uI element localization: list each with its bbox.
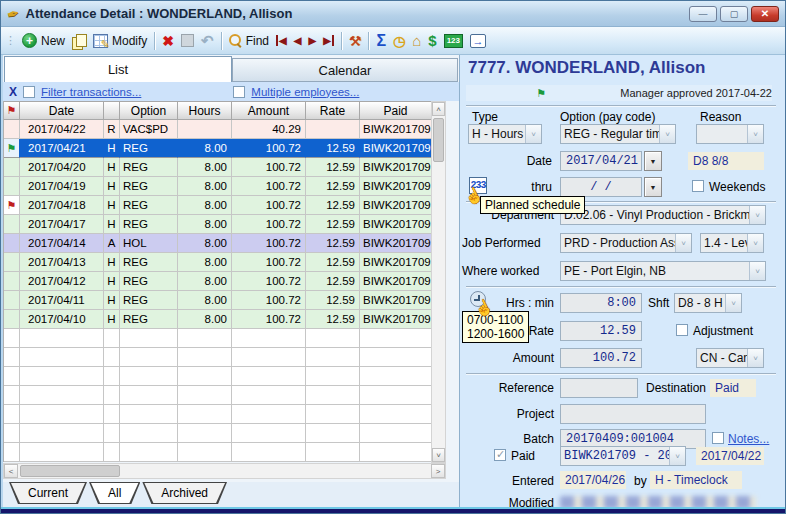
- hours-column-header[interactable]: Hours: [178, 101, 232, 120]
- reference-field[interactable]: [560, 378, 638, 398]
- filter-transactions-checkbox[interactable]: [23, 86, 35, 98]
- cell-type: H: [104, 196, 120, 215]
- rate-column-header[interactable]: Rate: [306, 101, 360, 120]
- tools-button[interactable]: ⚒: [349, 33, 362, 49]
- table-row[interactable]: 2017/04/20HREG8.00100.7212.59BIWK201709: [4, 158, 431, 177]
- copy-icon: [72, 34, 86, 48]
- job-performed-combobox[interactable]: PRD - Production Ass˅: [560, 233, 692, 253]
- cell-paid: BIWK201709: [360, 272, 432, 291]
- multiple-employees-link[interactable]: Multiple employees...: [251, 86, 359, 98]
- transactions-table: ⚑ Date Option Hours Amount Rate Paid 201…: [3, 101, 431, 462]
- toolbar-separator: [221, 32, 222, 50]
- table-row[interactable]: 2017/04/19HREG8.00100.7212.59BIWK201709: [4, 177, 431, 196]
- paid-column-header[interactable]: Paid: [360, 101, 432, 120]
- scroll-left-button[interactable]: <: [4, 464, 18, 478]
- table-row[interactable]: 2017/04/13HREG8.00100.7212.59BIWK201709: [4, 253, 431, 272]
- cell-paid: BIWK201709: [360, 215, 432, 234]
- tab-all[interactable]: All: [89, 482, 140, 504]
- tab-archived[interactable]: Archived: [142, 482, 227, 504]
- table-row[interactable]: 2017/04/22RVAC$PD40.29BIWK201709: [4, 120, 431, 139]
- date-column-header[interactable]: Date: [20, 101, 104, 120]
- new-button[interactable]: + New: [22, 33, 65, 48]
- table-row[interactable]: 2017/04/10HREG8.00100.7212.59BIWK201709: [4, 310, 431, 329]
- vertical-scroll-thumb[interactable]: [433, 118, 444, 162]
- maximize-button[interactable]: ▢: [720, 6, 748, 22]
- amount-field[interactable]: 100.72: [560, 348, 642, 368]
- adjustment-label: Adjustment: [693, 324, 753, 338]
- table-row[interactable]: 2017/04/17HREG8.00100.7212.59BIWK201709: [4, 215, 431, 234]
- scroll-down-button[interactable]: ˅: [432, 448, 445, 462]
- toolbar-grip[interactable]: ⋮: [5, 34, 15, 47]
- thru-dropdown-button[interactable]: ▼: [644, 177, 662, 197]
- type-combobox[interactable]: H - Hours˅: [468, 124, 542, 144]
- exit-button[interactable]: →: [470, 34, 486, 48]
- clear-filter-button[interactable]: X: [9, 85, 17, 99]
- project-field[interactable]: [560, 404, 706, 424]
- department-value: D.02.06 - Vinyl Production - Brickmould: [561, 206, 749, 224]
- notes-link[interactable]: Notes...: [728, 432, 769, 446]
- table-empty-row: [4, 443, 431, 462]
- thru-field[interactable]: / /: [560, 177, 642, 197]
- nav-previous-button[interactable]: ◀: [294, 35, 302, 46]
- cell-hours: 8.00: [178, 234, 232, 253]
- delete-button[interactable]: ✖: [162, 33, 174, 49]
- horizontal-scrollbar[interactable]: < >: [3, 463, 446, 479]
- job-level-combobox[interactable]: 1.4 - Lev˅: [700, 233, 764, 253]
- tab-calendar[interactable]: Calendar: [232, 58, 458, 82]
- table-row-selected[interactable]: ⚑2017/04/21HREG8.00100.7212.59BIWK201709: [4, 139, 431, 158]
- vertical-scrollbar[interactable]: ˄ ˅: [431, 101, 446, 463]
- horizontal-scroll-thumb[interactable]: [20, 465, 120, 477]
- where-worked-combobox[interactable]: PE - Port Elgin, NB˅: [560, 261, 766, 281]
- cell-amount: 40.29: [232, 120, 306, 139]
- multiple-employees-checkbox[interactable]: [233, 86, 245, 98]
- adjustment-checkbox[interactable]: [676, 324, 688, 336]
- nav-next-button[interactable]: ▶: [308, 35, 316, 46]
- weekends-checkbox[interactable]: [692, 180, 704, 192]
- chevron-down-icon: ˅: [747, 349, 763, 367]
- shift-combobox[interactable]: D8 - 8 H˅: [674, 293, 742, 313]
- filter-transactions-link[interactable]: Filter transactions...: [41, 86, 141, 98]
- table-row[interactable]: ⚑2017/04/18HREG8.00100.7212.59BIWK201709: [4, 196, 431, 215]
- minimize-button[interactable]: —: [689, 6, 717, 22]
- tab-current[interactable]: Current: [9, 482, 87, 504]
- rate-field[interactable]: 12.59: [560, 321, 642, 341]
- calculator-button[interactable]: 123: [444, 34, 463, 48]
- currency-combobox[interactable]: CN - Can˅: [696, 348, 764, 368]
- option-column-header[interactable]: Option: [120, 101, 178, 120]
- tab-list[interactable]: List: [4, 56, 232, 82]
- hours-field[interactable]: 8:00: [560, 293, 642, 313]
- toolbar-separator: [341, 32, 342, 50]
- nav-last-button[interactable]: ▶: [323, 35, 334, 46]
- table-row[interactable]: 2017/04/14AHOL8.00100.7212.59BIWK201709: [4, 234, 431, 253]
- sum-button[interactable]: Σ: [376, 32, 386, 50]
- payroll-button[interactable]: $: [428, 32, 436, 49]
- table-row[interactable]: 2017/04/11HREG8.00100.7212.59BIWK201709: [4, 291, 431, 310]
- date-dropdown-button[interactable]: ▼: [644, 151, 662, 171]
- type-column-header[interactable]: [104, 101, 120, 120]
- flag-column-header[interactable]: ⚑: [4, 101, 20, 120]
- option-combobox[interactable]: REG - Regular time˅: [560, 124, 676, 144]
- find-button[interactable]: Find: [229, 34, 269, 48]
- notes-checkbox[interactable]: [712, 432, 724, 444]
- reason-combobox[interactable]: ˅: [696, 124, 764, 144]
- modify-button[interactable]: ✎ Modify: [93, 34, 147, 48]
- bank-button[interactable]: ⌂: [412, 32, 421, 49]
- scroll-right-button[interactable]: >: [431, 464, 445, 478]
- copy-button[interactable]: [72, 34, 86, 48]
- timeclock-button[interactable]: ◷: [393, 33, 405, 49]
- shift-label: Shft: [648, 296, 669, 310]
- cell-amount: 100.72: [232, 215, 306, 234]
- close-button[interactable]: ✕: [751, 6, 779, 22]
- scroll-up-button[interactable]: ˄: [432, 102, 445, 116]
- undo-button[interactable]: ↶: [201, 32, 214, 50]
- nav-first-button[interactable]: ◀: [276, 35, 287, 46]
- amount-column-header[interactable]: Amount: [232, 101, 306, 120]
- paid-period-combobox[interactable]: BIWK201709 - 2017/˅: [560, 446, 686, 466]
- cell-type: A: [104, 234, 120, 253]
- table-row[interactable]: 2017/04/12HREG8.00100.7212.59BIWK201709: [4, 272, 431, 291]
- date-field[interactable]: 2017/04/21: [560, 151, 642, 171]
- table-empty-row: [4, 405, 431, 424]
- cell-amount: 100.72: [232, 196, 306, 215]
- paid-checkbox[interactable]: [494, 449, 506, 461]
- department-combobox[interactable]: D.02.06 - Vinyl Production - Brickmould˅: [560, 205, 766, 225]
